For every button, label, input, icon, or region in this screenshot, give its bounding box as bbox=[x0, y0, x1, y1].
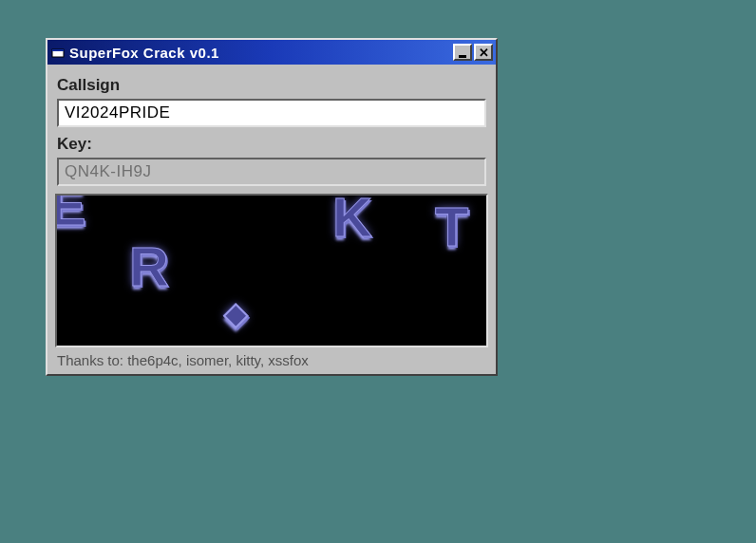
credits-text: Thanks to: the6p4c, isomer, kitty, xssfo… bbox=[55, 349, 488, 372]
close-button[interactable]: ✕ bbox=[474, 44, 493, 61]
minimize-button[interactable] bbox=[453, 44, 472, 61]
demo-letter: K bbox=[332, 194, 372, 245]
callsign-input[interactable] bbox=[57, 99, 486, 127]
demo-scroller: E R ◆ K T bbox=[55, 194, 488, 347]
key-output bbox=[57, 158, 486, 186]
app-icon bbox=[50, 45, 66, 60]
app-window: SuperFox Crack v0.1 ✕ Callsign Key: E R … bbox=[46, 38, 498, 376]
key-label: Key: bbox=[57, 135, 486, 154]
demo-letter: ◆ bbox=[224, 298, 248, 328]
callsign-label: Callsign bbox=[57, 76, 486, 95]
demo-letter: T bbox=[435, 199, 468, 254]
demo-letter: E bbox=[55, 194, 86, 234]
demo-letter: R bbox=[129, 239, 169, 294]
window-content: Callsign Key: E R ◆ K T Thanks to: the6p… bbox=[47, 65, 496, 374]
window-title: SuperFox Crack v0.1 bbox=[69, 45, 453, 61]
titlebar[interactable]: SuperFox Crack v0.1 ✕ bbox=[47, 40, 496, 65]
window-controls: ✕ bbox=[453, 44, 493, 61]
svg-rect-1 bbox=[52, 49, 64, 51]
